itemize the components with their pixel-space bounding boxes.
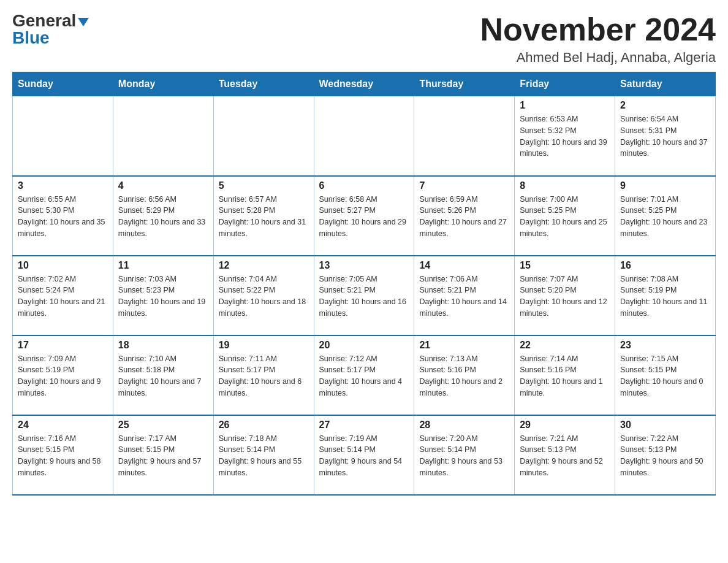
calendar-week-row: 1Sunrise: 6:53 AMSunset: 5:32 PMDaylight… (13, 96, 716, 176)
logo: General Blue (12, 12, 89, 47)
day-number: 8 (520, 180, 610, 191)
weekday-header-thursday: Thursday (414, 72, 515, 96)
calendar-cell: 8Sunrise: 7:00 AMSunset: 5:25 PMDaylight… (515, 176, 615, 256)
weekday-header-row: SundayMondayTuesdayWednesdayThursdayFrid… (13, 72, 716, 96)
calendar-cell (314, 96, 414, 176)
calendar-cell: 25Sunrise: 7:17 AMSunset: 5:15 PMDayligh… (113, 415, 213, 495)
calendar-cell: 9Sunrise: 7:01 AMSunset: 5:25 PMDaylight… (615, 176, 716, 256)
calendar-cell: 14Sunrise: 7:06 AMSunset: 5:21 PMDayligh… (414, 256, 515, 335)
logo-blue-text: Blue (12, 29, 50, 47)
day-number: 1 (520, 100, 610, 111)
calendar-cell: 15Sunrise: 7:07 AMSunset: 5:20 PMDayligh… (515, 256, 615, 335)
day-info: Sunrise: 7:02 AMSunset: 5:24 PMDaylight:… (18, 274, 108, 320)
day-number: 16 (620, 260, 710, 271)
day-info: Sunrise: 6:54 AMSunset: 5:31 PMDaylight:… (620, 113, 710, 159)
day-info: Sunrise: 6:55 AMSunset: 5:30 PMDaylight:… (18, 194, 108, 240)
day-number: 9 (620, 180, 710, 191)
day-number: 20 (319, 340, 409, 351)
day-info: Sunrise: 7:22 AMSunset: 5:13 PMDaylight:… (620, 433, 710, 479)
calendar-cell: 11Sunrise: 7:03 AMSunset: 5:23 PMDayligh… (113, 256, 213, 335)
calendar-cell: 10Sunrise: 7:02 AMSunset: 5:24 PMDayligh… (13, 256, 113, 335)
weekday-header-monday: Monday (113, 72, 213, 96)
day-info: Sunrise: 7:09 AMSunset: 5:19 PMDaylight:… (18, 353, 108, 399)
location-title: Ahmed Bel Hadj, Annaba, Algeria (480, 50, 716, 66)
day-info: Sunrise: 6:53 AMSunset: 5:32 PMDaylight:… (520, 113, 610, 159)
day-number: 11 (118, 260, 208, 271)
day-info: Sunrise: 7:13 AMSunset: 5:16 PMDaylight:… (419, 353, 509, 399)
day-info: Sunrise: 7:06 AMSunset: 5:21 PMDaylight:… (419, 274, 509, 320)
day-info: Sunrise: 7:19 AMSunset: 5:14 PMDaylight:… (319, 433, 409, 479)
day-info: Sunrise: 7:17 AMSunset: 5:15 PMDaylight:… (118, 433, 208, 479)
day-number: 29 (520, 419, 610, 431)
weekday-header-tuesday: Tuesday (213, 72, 314, 96)
calendar-cell: 23Sunrise: 7:15 AMSunset: 5:15 PMDayligh… (615, 335, 716, 415)
calendar-week-row: 10Sunrise: 7:02 AMSunset: 5:24 PMDayligh… (13, 256, 716, 335)
calendar-cell: 17Sunrise: 7:09 AMSunset: 5:19 PMDayligh… (13, 335, 113, 415)
day-info: Sunrise: 7:05 AMSunset: 5:21 PMDaylight:… (319, 274, 409, 320)
day-info: Sunrise: 7:21 AMSunset: 5:13 PMDaylight:… (520, 433, 610, 479)
day-info: Sunrise: 7:04 AMSunset: 5:22 PMDaylight:… (219, 274, 309, 320)
day-number: 22 (520, 340, 610, 351)
calendar-cell: 24Sunrise: 7:16 AMSunset: 5:15 PMDayligh… (13, 415, 113, 495)
day-info: Sunrise: 7:15 AMSunset: 5:15 PMDaylight:… (620, 353, 710, 399)
calendar-cell: 13Sunrise: 7:05 AMSunset: 5:21 PMDayligh… (314, 256, 414, 335)
day-info: Sunrise: 7:00 AMSunset: 5:25 PMDaylight:… (520, 194, 610, 240)
day-info: Sunrise: 7:11 AMSunset: 5:17 PMDaylight:… (219, 353, 309, 399)
day-info: Sunrise: 6:58 AMSunset: 5:27 PMDaylight:… (319, 194, 409, 240)
day-info: Sunrise: 7:18 AMSunset: 5:14 PMDaylight:… (219, 433, 309, 479)
day-info: Sunrise: 7:08 AMSunset: 5:19 PMDaylight:… (620, 274, 710, 320)
calendar-cell: 7Sunrise: 6:59 AMSunset: 5:26 PMDaylight… (414, 176, 515, 256)
logo-general-text: General (12, 12, 89, 29)
calendar-cell: 22Sunrise: 7:14 AMSunset: 5:16 PMDayligh… (515, 335, 615, 415)
calendar-cell: 28Sunrise: 7:20 AMSunset: 5:14 PMDayligh… (414, 415, 515, 495)
calendar-cell: 30Sunrise: 7:22 AMSunset: 5:13 PMDayligh… (615, 415, 716, 495)
day-number: 23 (620, 340, 710, 351)
day-number: 27 (319, 419, 409, 431)
calendar-cell: 20Sunrise: 7:12 AMSunset: 5:17 PMDayligh… (314, 335, 414, 415)
calendar-cell (414, 96, 515, 176)
day-info: Sunrise: 6:59 AMSunset: 5:26 PMDaylight:… (419, 194, 509, 240)
calendar-cell: 26Sunrise: 7:18 AMSunset: 5:14 PMDayligh… (213, 415, 314, 495)
day-info: Sunrise: 6:56 AMSunset: 5:29 PMDaylight:… (118, 194, 208, 240)
day-info: Sunrise: 7:03 AMSunset: 5:23 PMDaylight:… (118, 274, 208, 320)
day-number: 28 (419, 419, 509, 431)
day-info: Sunrise: 6:57 AMSunset: 5:28 PMDaylight:… (219, 194, 309, 240)
calendar-cell: 5Sunrise: 6:57 AMSunset: 5:28 PMDaylight… (213, 176, 314, 256)
day-info: Sunrise: 7:14 AMSunset: 5:16 PMDaylight:… (520, 353, 610, 399)
page-header: General Blue November 2024 Ahmed Bel Had… (12, 12, 716, 66)
weekday-header-friday: Friday (515, 72, 615, 96)
calendar-cell: 1Sunrise: 6:53 AMSunset: 5:32 PMDaylight… (515, 96, 615, 176)
day-info: Sunrise: 7:20 AMSunset: 5:14 PMDaylight:… (419, 433, 509, 479)
calendar-cell (113, 96, 213, 176)
calendar-cell: 3Sunrise: 6:55 AMSunset: 5:30 PMDaylight… (13, 176, 113, 256)
calendar-cell: 21Sunrise: 7:13 AMSunset: 5:16 PMDayligh… (414, 335, 515, 415)
month-title: November 2024 (480, 12, 716, 47)
calendar-table: SundayMondayTuesdayWednesdayThursdayFrid… (12, 72, 716, 496)
weekday-header-saturday: Saturday (615, 72, 716, 96)
calendar-cell: 18Sunrise: 7:10 AMSunset: 5:18 PMDayligh… (113, 335, 213, 415)
calendar-cell: 4Sunrise: 6:56 AMSunset: 5:29 PMDaylight… (113, 176, 213, 256)
calendar-week-row: 3Sunrise: 6:55 AMSunset: 5:30 PMDaylight… (13, 176, 716, 256)
day-info: Sunrise: 7:12 AMSunset: 5:17 PMDaylight:… (319, 353, 409, 399)
day-info: Sunrise: 7:10 AMSunset: 5:18 PMDaylight:… (118, 353, 208, 399)
weekday-header-sunday: Sunday (13, 72, 113, 96)
day-number: 13 (319, 260, 409, 271)
calendar-week-row: 17Sunrise: 7:09 AMSunset: 5:19 PMDayligh… (13, 335, 716, 415)
calendar-cell: 19Sunrise: 7:11 AMSunset: 5:17 PMDayligh… (213, 335, 314, 415)
day-info: Sunrise: 7:07 AMSunset: 5:20 PMDaylight:… (520, 274, 610, 320)
calendar-cell: 16Sunrise: 7:08 AMSunset: 5:19 PMDayligh… (615, 256, 716, 335)
calendar-cell: 27Sunrise: 7:19 AMSunset: 5:14 PMDayligh… (314, 415, 414, 495)
weekday-header-wednesday: Wednesday (314, 72, 414, 96)
day-number: 12 (219, 260, 309, 271)
day-number: 5 (219, 180, 309, 191)
day-number: 25 (118, 419, 208, 431)
calendar-cell (213, 96, 314, 176)
day-number: 6 (319, 180, 409, 191)
day-number: 18 (118, 340, 208, 351)
day-number: 7 (419, 180, 509, 191)
day-number: 21 (419, 340, 509, 351)
day-number: 2 (620, 100, 710, 111)
day-number: 26 (219, 419, 309, 431)
day-number: 19 (219, 340, 309, 351)
title-block: November 2024 Ahmed Bel Hadj, Annaba, Al… (480, 12, 716, 66)
